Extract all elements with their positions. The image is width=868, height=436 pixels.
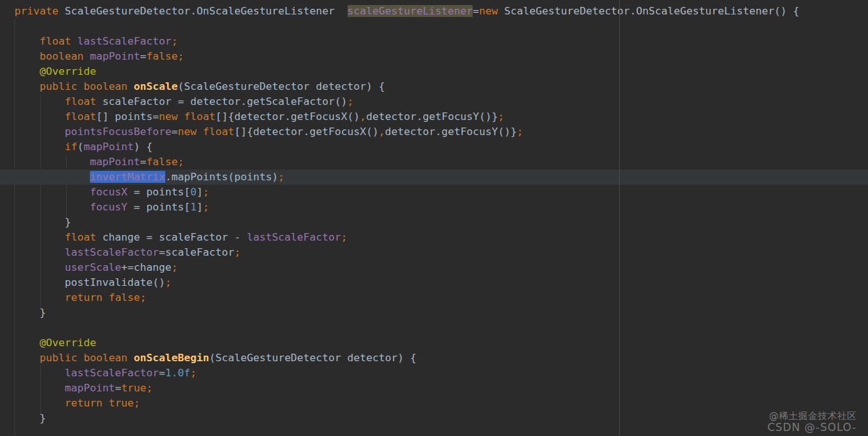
code-token: ) { <box>134 141 153 153</box>
code-token <box>178 111 184 123</box>
code-line[interactable]: lastScaleFactor=scaleFactor; <box>0 245 868 260</box>
code-token <box>14 156 90 168</box>
code-token: , <box>360 111 366 123</box>
code-token: lastScaleFactor <box>247 231 341 243</box>
right-margin-guide <box>619 0 620 436</box>
code-token: ; <box>172 261 178 273</box>
code-token: float <box>184 111 216 123</box>
code-line[interactable]: public boolean onScale(ScaleGestureDetec… <box>0 79 868 94</box>
code-token <box>71 35 77 47</box>
code-token <box>14 80 40 92</box>
watermark-community-text: @稀土掘金技术社区 <box>767 411 857 422</box>
code-line[interactable]: public boolean onScaleBegin(ScaleGesture… <box>0 351 868 366</box>
code-token <box>14 261 65 273</box>
code-token: (ScaleGestureDetector detector) { <box>178 80 385 92</box>
code-line[interactable]: float change = scaleFactor - lastScaleFa… <box>0 230 868 245</box>
code-token: []{detector.getFocusX() <box>216 111 360 123</box>
code-token: true <box>121 382 146 394</box>
code-token: boolean <box>84 80 128 92</box>
code-line[interactable]: return true; <box>0 396 868 411</box>
code-token <box>77 352 84 364</box>
code-token: focusX <box>90 186 128 198</box>
watermark: @稀土掘金技术社区 CSDN @-SOLO- <box>767 411 857 433</box>
code-line[interactable]: float lastScaleFactor; <box>0 34 868 49</box>
code-line[interactable]: mapPoint=false; <box>0 155 868 170</box>
code-line[interactable]: if(mapPoint) { <box>0 139 868 155</box>
code-token: = <box>172 126 178 138</box>
code-token: ; <box>203 186 209 198</box>
code-token: lastScaleFactor <box>77 35 172 47</box>
code-token: ; <box>498 111 504 123</box>
code-token: ; <box>146 382 153 394</box>
watermark-csdn-text: CSDN @-SOLO- <box>767 422 857 433</box>
code-editor[interactable]: private ScaleGestureDetector.OnScaleGest… <box>0 0 868 436</box>
code-token <box>14 292 65 303</box>
code-token: [] points= <box>96 111 159 123</box>
code-line[interactable]: } <box>0 411 868 426</box>
code-token <box>14 65 40 77</box>
code-line[interactable]: } <box>0 305 868 320</box>
code-line[interactable]: focusY = points[1]; <box>0 200 868 215</box>
code-token: ; <box>348 95 354 107</box>
code-token <box>14 141 65 153</box>
code-line[interactable]: return false; <box>0 290 868 305</box>
code-line[interactable]: lastScaleFactor=1.0f; <box>0 366 868 381</box>
code-token: mapPoint <box>90 156 140 168</box>
code-line[interactable]: float[] points=new float[]{detector.getF… <box>0 109 868 124</box>
code-token: =scaleFactor <box>159 246 234 258</box>
code-token <box>102 397 109 409</box>
code-line[interactable]: private ScaleGestureDetector.OnScaleGest… <box>0 4 868 19</box>
code-token <box>14 111 65 123</box>
code-token: ; <box>165 276 172 288</box>
code-token <box>14 231 65 243</box>
code-line-current[interactable]: invertMatrix.mapPoints(points); <box>0 170 868 185</box>
code-token: return <box>65 397 102 409</box>
code-token <box>14 95 65 107</box>
code-token: new <box>178 126 197 138</box>
code-line[interactable]: focusX = points[0]; <box>0 185 868 200</box>
code-token: ScaleGestureDetector.OnScaleGestureListe… <box>58 5 348 17</box>
code-line[interactable]: boolean mapPoint=false; <box>0 49 868 64</box>
code-token: 1.0f <box>165 367 190 379</box>
code-token: focusY <box>90 201 128 213</box>
code-line[interactable]: mapPoint=true; <box>0 381 868 396</box>
code-token: ; <box>517 126 523 138</box>
code-token: = <box>140 50 146 62</box>
code-line[interactable] <box>0 320 868 335</box>
code-token: ( <box>77 141 84 153</box>
code-token: change = scaleFactor - <box>96 231 247 243</box>
code-token: return <box>65 292 102 303</box>
highlighted-identifier[interactable]: scaleGestureListener <box>348 5 473 17</box>
code-token: = <box>140 156 146 168</box>
code-line[interactable]: float scaleFactor = detector.getScaleFac… <box>0 94 868 109</box>
code-token: = <box>473 5 479 17</box>
code-line[interactable]: @Override <box>0 335 868 351</box>
code-token: detector.getFocusY()} <box>366 111 498 123</box>
code-token <box>77 80 84 92</box>
code-line[interactable]: } <box>0 215 868 230</box>
code-token: false <box>146 156 178 168</box>
code-token <box>14 201 90 213</box>
code-token: ; <box>134 397 140 409</box>
code-token: ScaleGestureDetector.OnScaleGestureListe… <box>498 5 799 17</box>
code-line[interactable]: postInvalidate(); <box>0 275 868 290</box>
code-token: ; <box>172 35 178 47</box>
code-token: private <box>14 5 58 17</box>
code-token: ; <box>341 231 348 243</box>
code-token: onScale <box>134 80 178 92</box>
code-token: ; <box>190 367 197 379</box>
code-token <box>14 246 65 258</box>
code-token: float <box>203 126 234 138</box>
code-token: public <box>40 80 77 92</box>
selected-identifier[interactable]: invertMatrix <box>90 171 165 183</box>
code-line[interactable]: pointsFocusBefore=new float[]{detector.g… <box>0 124 868 139</box>
code-token <box>128 352 134 364</box>
code-token: boolean <box>40 50 84 62</box>
code-line[interactable] <box>0 19 868 34</box>
code-line[interactable]: userScale+=change; <box>0 260 868 275</box>
code-token <box>14 397 65 409</box>
code-token: +=change <box>121 261 172 273</box>
code-line[interactable]: @Override <box>0 64 868 79</box>
code-token <box>14 382 65 394</box>
code-token: postInvalidate() <box>14 276 165 288</box>
